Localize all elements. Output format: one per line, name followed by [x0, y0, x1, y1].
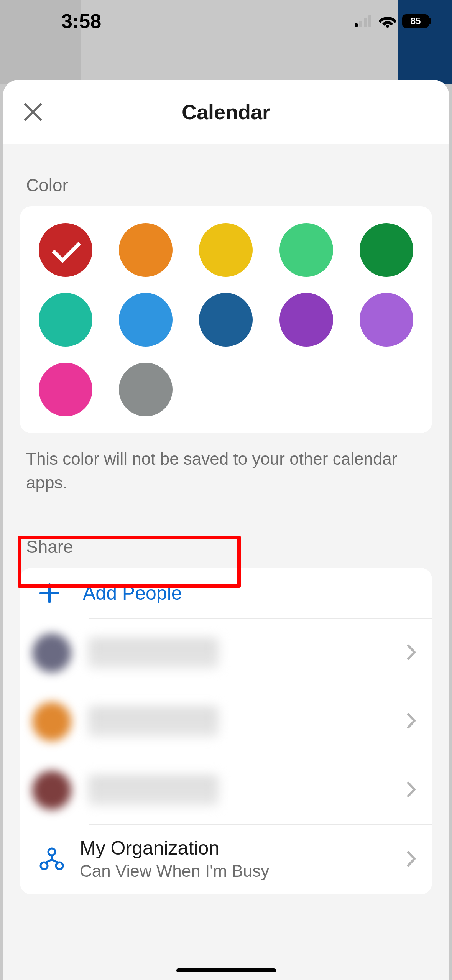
sheet-title: Calendar — [3, 100, 449, 124]
color-grid — [20, 206, 432, 433]
svg-rect-1 — [359, 21, 362, 27]
share-card: Add People My Organization — [20, 568, 432, 894]
org-subtitle: Can View When I'm Busy — [80, 862, 417, 881]
color-swatch-red[interactable] — [39, 223, 92, 277]
color-swatch-orange[interactable] — [119, 223, 173, 277]
person-name-redacted — [88, 775, 219, 806]
svg-point-4 — [386, 25, 389, 28]
color-swatch-gray[interactable] — [119, 363, 173, 416]
chevron-right-icon — [407, 644, 417, 662]
battery-level: 85 — [411, 16, 421, 26]
shared-person-row[interactable] — [20, 756, 432, 824]
chevron-right-icon — [407, 713, 417, 730]
color-swatch-light-blue[interactable] — [119, 293, 173, 347]
cellular-icon — [355, 15, 373, 27]
avatar — [32, 633, 71, 673]
avatar — [32, 771, 71, 810]
color-section-label: Color — [3, 144, 449, 206]
color-swatch-teal[interactable] — [39, 293, 92, 347]
svg-rect-2 — [364, 18, 367, 27]
color-swatch-light-purple[interactable] — [360, 293, 413, 347]
share-section-label: Share — [3, 494, 449, 568]
battery-icon: 85 — [402, 14, 429, 28]
home-indicator[interactable] — [176, 968, 276, 972]
color-card — [20, 206, 432, 433]
settings-sheet: Calendar Color This color will not be sa… — [3, 80, 449, 980]
add-people-label: Add People — [83, 582, 182, 604]
color-swatch-dark-blue[interactable] — [199, 293, 253, 347]
add-people-button[interactable]: Add People — [20, 568, 432, 618]
wifi-icon — [378, 15, 397, 28]
chevron-right-icon — [407, 851, 417, 868]
svg-point-9 — [48, 848, 55, 855]
svg-rect-3 — [368, 15, 371, 27]
person-name-redacted — [88, 706, 219, 737]
color-swatch-light-green[interactable] — [279, 223, 333, 277]
svg-line-14 — [52, 860, 58, 863]
org-row[interactable]: My Organization Can View When I'm Busy — [20, 825, 432, 894]
color-swatch-yellow[interactable] — [199, 223, 253, 277]
status-icons: 85 — [355, 14, 429, 28]
avatar — [32, 702, 71, 741]
shared-person-row[interactable] — [20, 619, 432, 687]
close-icon — [23, 102, 43, 122]
plus-icon — [38, 582, 61, 604]
svg-point-11 — [56, 862, 63, 869]
color-swatch-purple[interactable] — [279, 293, 333, 347]
color-swatch-dark-green[interactable] — [360, 223, 413, 277]
org-title: My Organization — [80, 837, 417, 859]
person-name-redacted — [88, 638, 219, 668]
color-section-footer: This color will not be saved to your oth… — [3, 433, 449, 494]
status-time: 3:58 — [61, 10, 101, 33]
status-bar: 3:58 85 — [0, 0, 452, 42]
svg-line-13 — [45, 860, 52, 863]
shared-person-row[interactable] — [20, 687, 432, 756]
sheet-header: Calendar — [3, 80, 449, 144]
svg-rect-0 — [355, 23, 358, 27]
org-icon — [38, 845, 66, 873]
color-swatch-pink[interactable] — [39, 363, 92, 416]
close-button[interactable] — [21, 100, 44, 123]
svg-point-10 — [41, 862, 48, 869]
chevron-right-icon — [407, 781, 417, 799]
